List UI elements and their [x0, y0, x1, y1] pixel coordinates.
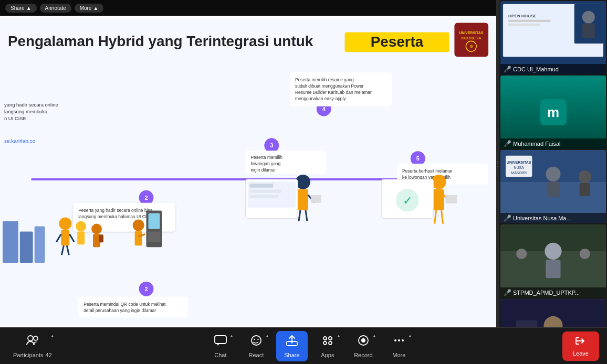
svg-rect-54: [77, 231, 85, 244]
svg-rect-56: [93, 234, 100, 247]
annotate-label: Annotate: [45, 5, 66, 11]
svg-text:sudah dibuat menggunakan Power: sudah dibuat menggunakan Power: [295, 83, 364, 89]
leave-button[interactable]: Leave: [562, 331, 599, 361]
svg-text:Peserta memindai QR code untuk: Peserta memindai QR code untuk melihat: [83, 302, 166, 307]
chat-label: Chat: [214, 352, 226, 358]
svg-text:langsung membuka halaman UI CI: langsung membuka halaman UI CISE: [78, 214, 153, 219]
record-button[interactable]: ▲ Record: [348, 331, 379, 361]
svg-text:Peserta yang hadir secara onli: Peserta yang hadir secara online bisa: [78, 208, 152, 213]
svg-text:3: 3: [270, 142, 273, 148]
svg-point-111: [580, 249, 590, 259]
svg-rect-70: [311, 195, 321, 203]
more-icon: [392, 334, 406, 350]
share-icon: [285, 334, 299, 350]
svg-text:UNIVERSITAS: UNIVERSITAS: [507, 160, 531, 164]
svg-point-121: [34, 336, 38, 340]
svg-text:NUSA: NUSA: [514, 166, 524, 169]
svg-point-124: [254, 338, 255, 339]
share-topbar-button[interactable]: Share ▲: [5, 4, 37, 13]
svg-rect-82: [249, 195, 278, 198]
svg-text:✓: ✓: [403, 194, 412, 207]
participants-count: 42: [45, 352, 51, 358]
svg-point-108: [545, 243, 561, 260]
svg-rect-80: [249, 184, 273, 188]
apps-caret-icon: ▲: [337, 334, 341, 338]
participant-tile: UNIVERSITAS NUSA MANDIRI 🎤 Universitas N…: [500, 150, 606, 223]
toolbar-left: ▲ Participants 42: [8, 331, 57, 361]
svg-point-127: [323, 337, 327, 340]
svg-text:MANDIRI: MANDIRI: [511, 171, 527, 175]
participant-tile: OPEN HOUSE 🎤 CDC UI_Mahmud: [500, 1, 606, 74]
svg-point-132: [361, 338, 365, 342]
svg-text:langsung membuka: langsung membuka: [4, 109, 48, 114]
svg-text:⚙: ⚙: [469, 44, 473, 49]
apps-label: Apps: [321, 352, 334, 358]
svg-point-55: [91, 223, 102, 234]
svg-point-103: [579, 170, 591, 183]
svg-point-53: [76, 221, 86, 232]
apps-icon: [321, 334, 334, 350]
svg-rect-65: [298, 189, 308, 210]
svg-text:UNIVERSITAS: UNIVERSITAS: [459, 31, 484, 35]
share-caret-icon: ▲: [26, 5, 32, 11]
share-button[interactable]: Share: [276, 331, 308, 361]
participant-avatar: m: [540, 99, 567, 125]
participants-icon: [26, 334, 39, 350]
svg-rect-122: [215, 336, 226, 344]
more-button[interactable]: ▲ More: [383, 331, 415, 361]
svg-text:2: 2: [144, 195, 148, 201]
participant-tile: screen 🎤 Univ. Hamzanwadi_M...: [500, 299, 606, 327]
participant-video: screen: [500, 299, 606, 327]
svg-text:2: 2: [144, 286, 148, 292]
svg-rect-45: [20, 231, 33, 263]
mic-muted-icon: 🎤: [504, 140, 511, 147]
apps-button[interactable]: ▲ Apps: [312, 331, 343, 361]
svg-rect-90: [508, 24, 540, 26]
svg-rect-48: [61, 230, 69, 245]
svg-rect-62: [135, 231, 142, 245]
participant-video: OPEN HOUSE: [500, 1, 606, 74]
react-button[interactable]: ▲ React: [240, 331, 272, 361]
leave-label: Leave: [573, 350, 589, 357]
participant-name: 🎤 STPMD_APMD_UPTKP...: [500, 287, 606, 298]
svg-text:Peserta berhasil melamar: Peserta berhasil melamar: [402, 168, 453, 174]
chat-button[interactable]: ▲ Chat: [205, 331, 236, 361]
svg-text:se.karirlab.co: se.karirlab.co: [4, 138, 36, 144]
svg-text:OPEN HOUSE: OPEN HOUSE: [508, 14, 537, 18]
slide-illustration: UNIVERSITAS INDONESIA ⚙ Pengalaman Hybri…: [0, 16, 496, 327]
svg-text:INDONESIA: INDONESIA: [461, 36, 482, 40]
share-topbar-label: Share: [11, 5, 25, 11]
main-area: Share ▲ Annotate More ▲ UNIVERSI: [0, 0, 607, 327]
svg-rect-46: [35, 226, 45, 263]
more-topbar-button[interactable]: More ▲: [75, 4, 104, 13]
topbar-controls: Share ▲ Annotate More ▲: [5, 4, 103, 13]
svg-rect-57: [99, 234, 103, 242]
svg-text:lowongan yang: lowongan yang: [250, 161, 280, 166]
participant-name: 🎤 Universitas Nusa Ma...: [500, 213, 606, 223]
react-icon: [249, 334, 263, 350]
participant-name: 🎤 Muhammad Faisal: [500, 138, 606, 149]
svg-rect-104: [580, 183, 590, 196]
svg-point-101: [546, 167, 560, 181]
svg-rect-89: [508, 20, 550, 22]
svg-text:Peserta: Peserta: [371, 34, 424, 50]
svg-point-133: [394, 339, 396, 341]
svg-text:Peserta memilih: Peserta memilih: [250, 155, 282, 160]
record-label: Record: [354, 352, 372, 358]
participant-tile: 🎤 STPMD_APMD_UPTKP...: [500, 224, 606, 298]
toolbar-right: Leave: [562, 331, 599, 361]
svg-point-128: [329, 337, 332, 340]
annotate-button[interactable]: Annotate: [40, 4, 71, 13]
participants-button[interactable]: ▲ Participants 42: [8, 331, 57, 361]
svg-rect-59: [149, 213, 160, 229]
svg-point-123: [252, 336, 261, 345]
caret-up-icon: ▲: [50, 334, 55, 338]
svg-point-134: [398, 339, 400, 341]
svg-point-130: [329, 341, 332, 345]
svg-rect-72: [434, 189, 444, 210]
svg-point-47: [59, 218, 71, 230]
svg-point-135: [402, 339, 404, 341]
svg-text:Peserta memilih resume yang: Peserta memilih resume yang: [295, 77, 354, 82]
mic-muted-icon: 🎤: [504, 289, 511, 296]
svg-rect-109: [546, 260, 560, 278]
